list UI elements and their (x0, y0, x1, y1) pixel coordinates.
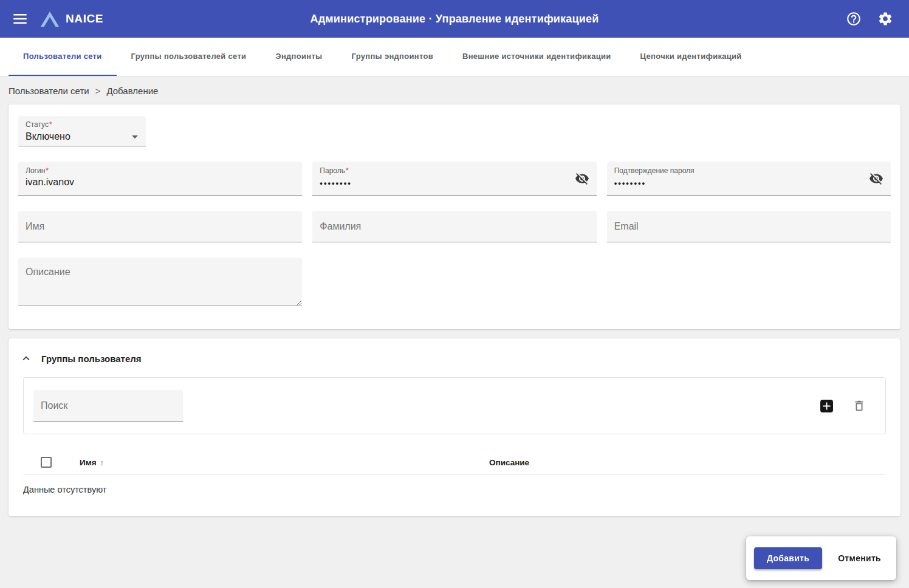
chevron-up-icon (19, 352, 33, 365)
required-marker: * (49, 120, 52, 129)
settings-button[interactable] (874, 7, 897, 30)
password-confirm-label: Подтверждение пароля (614, 166, 883, 175)
password-input[interactable] (320, 175, 568, 188)
groups-table-header: Имя ↑ Описание (23, 450, 886, 475)
brand-name: NAICE (66, 12, 103, 26)
tab-network-user-groups[interactable]: Группы пользователей сети (117, 38, 261, 76)
submit-button[interactable]: Добавить (754, 547, 822, 569)
login-input[interactable] (26, 175, 295, 188)
toggle-password-confirm-visibility-button[interactable] (868, 170, 885, 187)
empty-table-message: Данные отсутствуют (23, 485, 886, 494)
description-input[interactable] (18, 258, 302, 306)
eye-off-icon (869, 171, 883, 186)
app-bar-left: NAICE (10, 10, 103, 27)
status-row: Статус* Включено (18, 116, 891, 146)
status-value: Включено (26, 131, 70, 142)
menu-button[interactable] (10, 10, 30, 27)
cancel-button[interactable]: Отменить (831, 547, 888, 569)
tab-endpoints[interactable]: Эндпоинты (261, 38, 337, 76)
sort-asc-icon: ↑ (100, 458, 105, 467)
toggle-password-visibility-button[interactable] (574, 170, 591, 187)
breadcrumb: Пользователи сети > Добавление (0, 77, 909, 104)
eye-off-icon (575, 171, 589, 186)
help-button[interactable] (842, 7, 865, 30)
required-marker: * (46, 166, 49, 175)
user-groups-card: Группы пользователя Имя ↑ (9, 338, 900, 516)
groups-section-title: Группы пользователя (41, 354, 142, 364)
first-name-field (18, 211, 302, 242)
tab-bar: Пользователи сети Группы пользователей с… (0, 38, 909, 77)
last-name-input[interactable] (320, 221, 589, 232)
dropdown-arrow-icon (128, 129, 142, 144)
password-confirm-input[interactable] (614, 175, 863, 188)
email-field (607, 211, 891, 242)
tab-network-users[interactable]: Пользователи сети (9, 38, 117, 76)
login-field: Логин* (18, 162, 302, 196)
app-bar: NAICE Администрирование · Управление иде… (0, 0, 909, 38)
groups-toolbar-actions (819, 398, 876, 414)
last-name-field (312, 211, 596, 242)
password-label: Пароль* (320, 166, 589, 175)
add-box-icon (820, 400, 833, 412)
help-icon (846, 11, 862, 27)
tab-identity-chains[interactable]: Цепочки идентификаций (626, 38, 756, 76)
page-title: Администрирование · Управление идентифик… (310, 13, 599, 26)
password-field: Пароль* (312, 162, 596, 196)
group-search-input[interactable] (41, 400, 176, 411)
status-select[interactable]: Статус* Включено (18, 116, 146, 146)
email-input[interactable] (614, 221, 883, 232)
column-header-description[interactable]: Описание (489, 458, 529, 467)
tab-external-identity-sources[interactable]: Внешние источники идентификации (448, 38, 626, 76)
user-form-card: Статус* Включено Логин* Пароль* (9, 104, 900, 329)
add-group-button[interactable] (819, 398, 834, 414)
breadcrumb-root[interactable]: Пользователи сети (9, 86, 89, 96)
app-bar-right (842, 7, 899, 30)
tab-endpoint-groups[interactable]: Группы эндпоинтов (337, 38, 448, 76)
gear-icon (877, 11, 893, 27)
hamburger-icon (13, 14, 27, 24)
app-logo-icon (40, 11, 60, 27)
breadcrumb-current: Добавление (106, 86, 158, 96)
form-actions-card: Добавить Отменить (746, 536, 896, 580)
required-marker: * (346, 166, 349, 175)
collapse-section-button[interactable] (18, 350, 34, 366)
trash-icon (852, 399, 866, 412)
password-confirm-field: Подтверждение пароля (607, 162, 891, 196)
breadcrumb-separator: > (95, 86, 101, 96)
groups-toolbar (23, 377, 886, 434)
form-grid: Логин* Пароль* Подтверждение пароля (18, 162, 891, 306)
login-label: Логин* (26, 166, 295, 175)
delete-group-button[interactable] (851, 398, 867, 414)
first-name-input[interactable] (26, 221, 295, 232)
select-all-checkbox[interactable] (41, 457, 52, 468)
column-header-name[interactable]: Имя ↑ (80, 458, 489, 467)
group-search-field (33, 390, 183, 422)
groups-header: Группы пользователя (9, 338, 900, 376)
status-label: Статус* (26, 120, 142, 129)
